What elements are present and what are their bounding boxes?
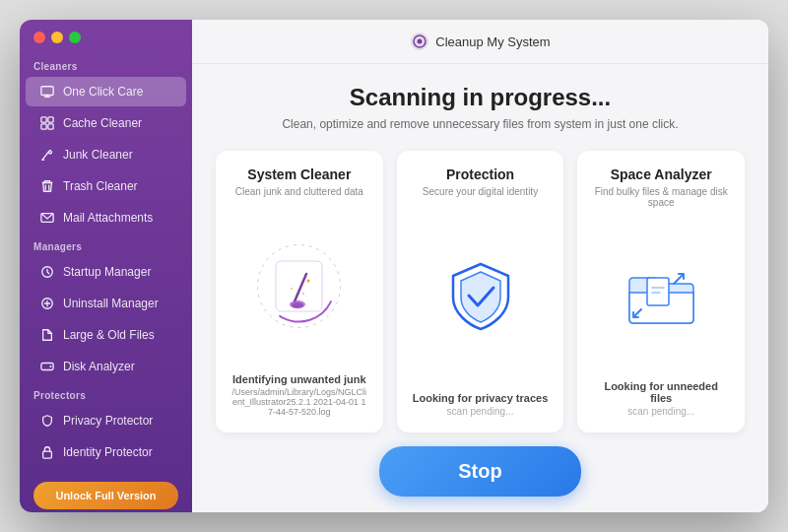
svg-rect-0 [41,87,53,96]
svg-rect-23 [647,278,669,305]
minimize-button[interactable] [51,32,63,43]
shield-icon [39,413,55,429]
monitor-icon [39,84,55,100]
svg-rect-4 [48,124,53,129]
sidebar-item-large-old-files[interactable]: Large & Old Files [26,320,186,350]
system-cleaner-path: /Users/admin/Library/Logs/NGLClient_Illu… [231,387,367,417]
sidebar-item-one-click-care[interactable]: One Click Care [26,77,186,106]
svg-point-21 [291,288,293,290]
cards-row: System Cleaner Clean junk and cluttered … [216,151,745,432]
main-content: Cleanup My System Scanning in progress..… [192,20,768,512]
sidebar: Cleaners One Click Care Cache Cleaner Ju… [20,20,192,512]
stop-btn-row: Stop [216,446,745,497]
system-cleaner-title: System Cleaner [247,166,351,182]
topbar: Cleanup My System [192,20,768,64]
sidebar-item-cache-cleaner[interactable]: Cache Cleaner [26,108,186,138]
section-label-managers: Managers [20,233,192,256]
sidebar-item-junk-cleaner[interactable]: Junk Cleaner [26,140,186,169]
section-label-cleaners: Cleaners [20,53,192,76]
sidebar-label-disk-analyzer: Disk Analyzer [63,360,135,373]
protection-visual [413,207,549,384]
scan-title: Scanning in progress... [350,84,611,111]
startup-icon [39,264,55,280]
sidebar-label-privacy-protector: Privacy Protector [63,414,153,428]
grid-icon [39,115,55,131]
svg-rect-3 [41,124,46,129]
space-analyzer-card: Space Analyzer Find bulky files & manage… [577,151,745,432]
unlock-full-version-button[interactable]: Unlock Full Version [33,482,178,509]
traffic-lights [20,20,192,53]
protection-pending: scan pending... [447,406,514,417]
svg-point-19 [292,302,303,308]
protection-title: Protection [446,166,514,182]
sidebar-label-mail-attachments: Mail Attachments [63,211,153,225]
sidebar-item-uninstall-manager[interactable]: Uninstall Manager [26,289,186,318]
files-icon [39,327,55,343]
svg-point-13 [418,39,423,44]
protection-icon [441,256,520,335]
protection-status: Looking for privacy traces [413,392,549,404]
system-cleaner-card: System Cleaner Clean junk and cluttered … [216,151,383,432]
app-title-label: Cleanup My System [435,34,550,49]
uninstall-icon [39,296,55,311]
sidebar-label-uninstall-manager: Uninstall Manager [63,297,159,310]
sidebar-label-large-old-files: Large & Old Files [63,328,155,342]
section-label-protectors: Protectors [20,382,192,405]
sidebar-label-trash-cleaner: Trash Cleaner [63,179,138,193]
system-cleaner-status: Identifying unwanted junk [232,373,366,385]
space-analyzer-visual [593,218,729,372]
close-button[interactable] [33,32,45,43]
space-analyzer-pending: scan pending... [627,406,694,417]
stop-button[interactable]: Stop [379,446,580,497]
sidebar-item-startup-manager[interactable]: Startup Manager [26,257,186,287]
system-cleaner-visual [231,207,367,366]
disk-icon [39,359,55,374]
sidebar-label-identity-protector: Identity Protector [63,445,153,459]
protection-subtitle: Secure your digital identity [423,186,538,197]
svg-rect-1 [41,117,46,122]
sidebar-item-disk-analyzer[interactable]: Disk Analyzer [26,352,186,381]
space-analyzer-title: Space Analyzer [611,166,712,182]
sidebar-item-trash-cleaner[interactable]: Trash Cleaner [26,171,186,201]
maximize-button[interactable] [69,32,81,43]
app-logo: Cleanup My System [410,32,550,51]
trash-icon [39,178,55,194]
sidebar-item-identity-protector[interactable]: Identity Protector [26,437,186,467]
sidebar-label-junk-cleaner: Junk Cleaner [63,148,133,162]
scan-subtitle: Clean, optimize and remove unnecessary f… [282,117,678,131]
space-analyzer-subtitle: Find bulky files & manage disk space [593,186,729,208]
svg-point-9 [49,366,51,367]
svg-rect-10 [43,451,52,458]
sidebar-label-one-click-care: One Click Care [63,85,143,99]
space-analyzer-status: Looking for unneeded files [593,380,729,404]
sidebar-item-mail-attachments[interactable]: Mail Attachments [26,203,186,233]
main-window: Cleaners One Click Care Cache Cleaner Ju… [20,20,768,512]
broom-icon [39,147,55,163]
lock-icon [39,444,55,460]
app-logo-icon [410,32,429,51]
sidebar-item-privacy-protector[interactable]: Privacy Protector [26,406,186,435]
protection-card: Protection Secure your digital identity … [397,151,564,432]
space-analyzer-icon [620,258,703,332]
svg-rect-2 [48,117,53,122]
sidebar-bottom: Unlock Full Version [20,468,192,512]
content-area: Scanning in progress... Clean, optimize … [192,64,768,512]
system-cleaner-animation [252,239,346,333]
svg-point-22 [302,293,304,295]
sidebar-label-cache-cleaner: Cache Cleaner [63,116,142,130]
system-cleaner-subtitle: Clean junk and cluttered data [235,186,363,197]
sidebar-label-startup-manager: Startup Manager [63,265,151,279]
svg-point-20 [307,280,310,283]
mail-icon [39,210,55,226]
